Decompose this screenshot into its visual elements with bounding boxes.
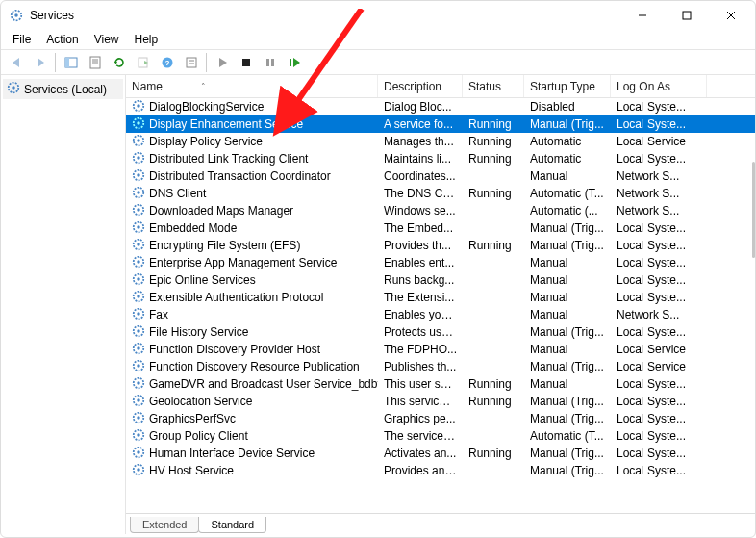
column-header-name[interactable]: Name˄ [126,75,378,97]
toolbar: ? [1,49,755,75]
service-description: A service fo... [378,117,463,131]
service-row[interactable]: Distributed Transaction CoordinatorCoord… [126,167,755,185]
show-hide-tree-button[interactable] [60,51,82,73]
menu-help[interactable]: Help [127,31,166,48]
service-startup: Manual [524,308,611,321]
column-header-startup[interactable]: Startup Type [524,75,611,97]
service-logon: Network S... [611,308,707,321]
service-startup: Manual (Trig... [524,221,611,235]
scrollbar-thumb[interactable] [752,162,755,258]
back-button[interactable] [5,51,27,73]
svg-rect-5 [683,12,691,19]
forward-button[interactable] [29,51,51,73]
service-name: File History Service [149,325,248,339]
menu-file[interactable]: File [5,31,38,48]
service-name: Epic Online Services [149,273,256,287]
gear-icon [132,428,145,445]
svg-point-33 [137,104,140,108]
service-name: Display Enhancement Service [149,117,303,131]
menu-view[interactable]: View [87,31,127,48]
service-row[interactable]: Downloaded Maps ManagerWindows se...Auto… [126,202,755,219]
properties-button[interactable] [84,51,106,73]
service-row[interactable]: Function Discovery Resource PublicationP… [126,358,755,375]
service-row[interactable]: Group Policy ClientThe service i...Autom… [126,427,755,445]
service-row[interactable]: Display Policy ServiceManages th...Runni… [126,133,755,150]
close-button[interactable] [709,1,753,30]
service-row[interactable]: Epic Online ServicesRuns backg...ManualL… [126,271,755,289]
column-header-description[interactable]: Description [378,75,463,97]
service-startup: Manual [524,169,611,183]
restart-service-button[interactable] [283,51,305,73]
service-startup: Manual (Trig... [524,239,611,252]
gear-icon [132,134,145,150]
service-description: The Embed... [378,221,463,235]
service-description: This service ... [378,395,463,408]
maximize-button[interactable] [665,1,709,30]
service-logon: Local Syste... [611,152,707,166]
service-description: The service i... [378,429,463,443]
service-row[interactable]: Embedded ModeThe Embed...Manual (Trig...… [126,219,755,237]
list-body[interactable]: DialogBlockingServiceDialog Bloc...Disab… [126,98,755,513]
service-name: Function Discovery Resource Publication [149,360,360,373]
service-row[interactable]: Display Enhancement ServiceA service fo.… [126,115,755,133]
service-row[interactable]: Distributed Link Tracking ClientMaintain… [126,150,755,167]
service-name: Geolocation Service [149,395,252,408]
service-row[interactable]: File History ServiceProtects use...Manua… [126,323,755,341]
service-row[interactable]: Enterprise App Management ServiceEnables… [126,254,755,271]
service-startup: Manual [524,273,611,287]
gear-icon [132,238,145,254]
service-startup: Manual (Trig... [524,117,611,131]
service-row[interactable]: GraphicsPerfSvcGraphics pe...Manual (Tri… [126,410,755,427]
service-row[interactable]: Human Interface Device ServiceActivates … [126,445,755,462]
service-name: Downloaded Maps Manager [149,204,293,218]
svg-point-75 [137,468,140,472]
service-status: Running [463,377,524,391]
gear-icon [132,151,145,167]
service-startup: Manual (Trig... [524,447,611,460]
svg-point-49 [137,243,140,246]
refresh-button[interactable] [108,51,130,73]
gear-icon [132,290,145,306]
service-description: Windows se... [378,204,463,218]
service-row[interactable]: FaxEnables you...ManualNetwork S... [126,306,755,323]
tab-extended[interactable]: Extended [130,517,199,533]
svg-rect-27 [271,59,274,66]
gear-icon [132,394,145,410]
svg-rect-25 [242,59,250,66]
column-header-status[interactable]: Status [463,75,524,97]
service-row[interactable]: Function Discovery Provider HostThe FDPH… [126,341,755,358]
service-row[interactable]: Encrypting File System (EFS)Provides th.… [126,237,755,254]
export-button[interactable] [132,51,154,73]
svg-marker-9 [38,58,44,67]
service-startup: Automatic [524,152,611,166]
service-row[interactable]: Geolocation ServiceThis service ...Runni… [126,393,755,410]
column-header-logon[interactable]: Log On As [611,75,707,97]
service-row[interactable]: DialogBlockingServiceDialog Bloc...Disab… [126,98,755,115]
svg-rect-12 [90,57,100,68]
help-button[interactable]: ? [156,51,178,73]
options-button[interactable] [180,51,202,73]
service-row[interactable]: Extensible Authentication ProtocolThe Ex… [126,289,755,306]
tree-root-services-local[interactable]: Services (Local) [3,79,123,99]
service-row[interactable]: HV Host ServiceProvides an ...Manual (Tr… [126,462,755,479]
svg-point-59 [137,329,140,333]
minimize-button[interactable] [620,1,665,30]
gear-icon [132,376,145,393]
service-description: Publishes th... [378,360,463,373]
service-name: Distributed Link Tracking Client [149,152,308,166]
service-description: The Extensi... [378,291,463,304]
service-description: Enables you... [378,308,463,321]
service-row[interactable]: DNS ClientThe DNS Cli...RunningAutomatic… [126,185,755,202]
stop-service-button[interactable] [235,51,257,73]
svg-point-41 [137,173,140,177]
service-startup: Automatic [524,135,611,148]
menu-action[interactable]: Action [38,31,86,48]
svg-rect-21 [187,58,196,67]
tree-pane: Services (Local) [1,75,126,534]
tab-standard[interactable]: Standard [198,517,266,533]
gear-icon [7,81,20,97]
service-startup: Manual [524,377,611,391]
start-service-button[interactable] [211,51,233,73]
pause-service-button[interactable] [259,51,281,73]
service-row[interactable]: GameDVR and Broadcast User Service_bdbf9… [126,375,755,393]
